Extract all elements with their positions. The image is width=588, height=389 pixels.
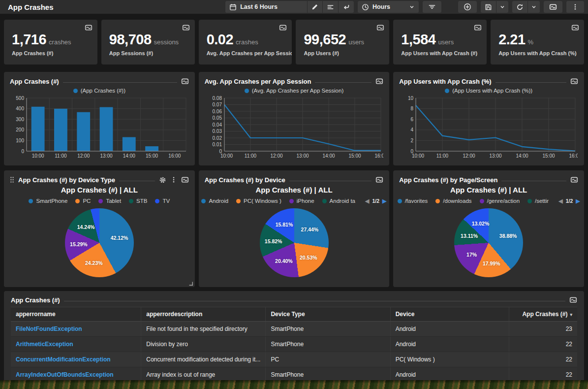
kpi-avg-crashes-per-session: 0.02crashes Avg. App Crashes per App Ses…: [199, 20, 292, 65]
column-header-apperrordescription[interactable]: apperrordescription: [141, 307, 266, 322]
time-range-value[interactable]: Last 6 Hours: [225, 1, 281, 13]
filter-button[interactable]: [423, 1, 441, 13]
column-header-device-type[interactable]: Device Type: [266, 307, 390, 322]
column-header-app-crashes[interactable]: App Crashes (#)▾: [509, 307, 577, 322]
svg-text:100: 100: [16, 138, 24, 143]
legend-item[interactable]: (Avg. App Crashes per App Session): [245, 88, 343, 94]
legend-item[interactable]: (App Crashes (#)): [73, 88, 125, 94]
open-in-search-icon[interactable]: [375, 77, 383, 85]
more-options-button[interactable]: [566, 1, 584, 13]
chart-legend: (App Crashes (#)): [10, 86, 189, 95]
time-range-apply-button[interactable]: [339, 1, 354, 13]
svg-text:11:00: 11:00: [436, 153, 449, 159]
kpi-value: 0.02crashes: [207, 32, 284, 50]
pager-page-indicator: 1/2: [372, 198, 380, 204]
open-in-search-icon[interactable]: [279, 24, 287, 32]
pager-prev-arrow[interactable]: ◀: [558, 198, 562, 204]
legend-item[interactable]: TV: [155, 198, 170, 204]
filter-icon: [428, 3, 436, 11]
legend-item[interactable]: PC: [75, 198, 91, 204]
pager-next-arrow[interactable]: ▶: [576, 198, 580, 204]
svg-text:10:00: 10:00: [220, 153, 233, 159]
export-button[interactable]: [544, 1, 562, 13]
chart-legend: (App Users with App Crash (%)): [399, 86, 578, 95]
open-in-search-icon[interactable]: [85, 24, 93, 32]
legend-item[interactable]: /genre/action: [480, 198, 520, 204]
open-in-search-icon[interactable]: [375, 176, 383, 184]
panel-pie-device: App Crashes (#) by Device App Crashes (#…: [199, 170, 390, 287]
svg-text:13:00: 13:00: [296, 153, 309, 159]
refresh-button[interactable]: [512, 1, 527, 13]
pie-title: App Crashes (#) | ALL: [205, 185, 384, 196]
save-button-group: [481, 1, 508, 13]
legend-item[interactable]: /settir: [527, 198, 549, 204]
open-in-search-icon[interactable]: [182, 24, 190, 32]
open-in-search-icon[interactable]: [376, 24, 384, 32]
refresh-options-button[interactable]: [528, 1, 540, 13]
svg-text:16:00: 16:00: [569, 153, 578, 159]
error-name-link[interactable]: ConcurrentModificationException: [11, 352, 141, 367]
svg-text:14:00: 14:00: [322, 153, 335, 159]
chevron-down-icon: [409, 4, 415, 10]
legend-item[interactable]: /downloads: [435, 198, 471, 204]
open-in-search-icon[interactable]: [570, 176, 578, 184]
open-in-search-icon[interactable]: [181, 77, 189, 85]
pie-slice-label: 15.29%: [70, 241, 88, 247]
kebab-menu-icon[interactable]: [170, 176, 177, 183]
pie-graphic[interactable]: [454, 208, 523, 277]
open-in-search-icon[interactable]: [569, 296, 577, 304]
svg-text:13:00: 13:00: [100, 153, 112, 159]
legend-item[interactable]: (App Users with App Crash (%)): [445, 88, 532, 94]
column-header-device[interactable]: Device: [390, 307, 509, 322]
plus-circle-icon: [464, 3, 471, 11]
clock-icon: [362, 3, 369, 11]
legend-item[interactable]: /favorites: [398, 198, 428, 204]
pager-next-arrow[interactable]: ▶: [382, 198, 386, 204]
save-options-button[interactable]: [496, 1, 508, 13]
svg-text:200: 200: [16, 127, 24, 132]
svg-text:300: 300: [16, 117, 24, 122]
legend-dot: [98, 199, 103, 203]
legend-item[interactable]: PC( Windows ): [236, 198, 281, 204]
kpi-value: 1,716crashes: [12, 32, 90, 50]
time-range-edit-button[interactable]: [308, 1, 322, 13]
pager-prev-arrow[interactable]: ◀: [365, 198, 369, 204]
save-button[interactable]: [481, 1, 496, 13]
export-icon: [549, 3, 557, 11]
panel-crash-table: App Crashes (#) apperrornameapperrordesc…: [4, 291, 584, 389]
granularity-select[interactable]: Hours: [358, 1, 419, 13]
legend-label: /favorites: [405, 198, 428, 204]
add-panel-button[interactable]: [458, 1, 477, 13]
gear-icon[interactable]: [159, 176, 166, 184]
error-name-link[interactable]: ArithmeticException: [11, 337, 141, 352]
svg-text:15:00: 15:00: [146, 153, 158, 159]
pie-slice-label: 17%: [466, 252, 477, 258]
svg-text:0.05: 0.05: [212, 115, 222, 121]
kpi-unit: %: [528, 38, 534, 46]
open-in-search-icon[interactable]: [181, 176, 189, 184]
legend-label: PC: [83, 198, 91, 204]
table-row: FileNotFoundExceptionFile not found in t…: [11, 322, 577, 337]
open-in-search-icon[interactable]: [474, 24, 482, 32]
legend-item[interactable]: iPhone: [289, 198, 314, 204]
legend-dot: [322, 199, 327, 203]
time-range-picker[interactable]: Last 6 Hours: [225, 1, 354, 13]
legend-item[interactable]: Tablet: [98, 198, 121, 204]
legend-dot: [73, 89, 78, 93]
legend-item[interactable]: STB: [129, 198, 147, 204]
resize-handle-icon[interactable]: [188, 281, 193, 286]
legend-item[interactable]: SmartPhone: [29, 198, 67, 204]
open-in-search-icon[interactable]: [571, 24, 579, 32]
panel-title: Avg. App Crashes per App Session: [205, 78, 311, 85]
pie-slice-label: 13.02%: [472, 221, 490, 227]
drag-handle-icon[interactable]: [10, 176, 14, 183]
kpi-unit: users: [348, 38, 364, 46]
legend-item[interactable]: Android: [201, 198, 228, 204]
time-range-presets-button[interactable]: [323, 1, 338, 13]
open-in-search-icon[interactable]: [570, 77, 578, 85]
column-header-apperrorname[interactable]: apperrorname: [11, 307, 141, 322]
error-name-link[interactable]: FileNotFoundException: [11, 322, 141, 337]
legend-dot: [398, 199, 402, 203]
legend-dot: [29, 199, 33, 203]
legend-item[interactable]: Android ta: [322, 198, 355, 204]
